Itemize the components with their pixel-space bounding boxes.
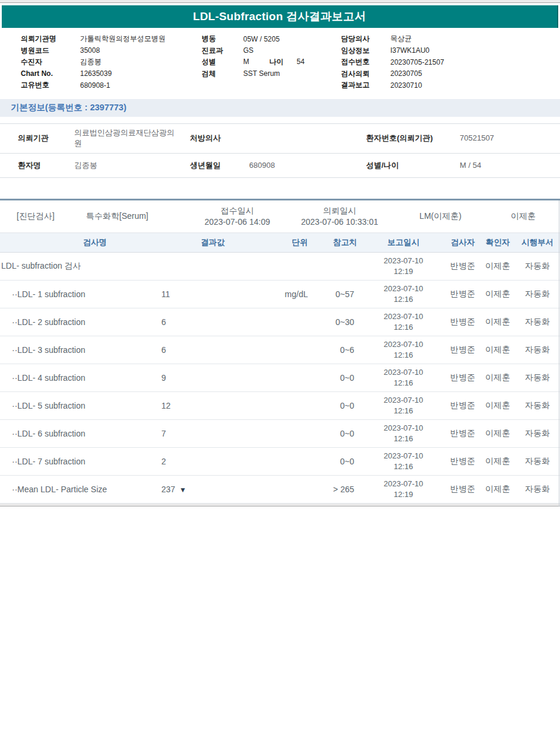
confirmer-cell: 이제훈 (481, 289, 515, 300)
patient-row: 의뢰기관의료법인삼광의료재단삼광의원처방의사환자번호(의뢰기관)70521507 (0, 124, 560, 154)
report-time: 12:19 (362, 266, 445, 277)
field-value: 680908 (249, 160, 366, 171)
field-label: 생년월일 (190, 160, 249, 171)
table-row: ··LDL- 2 subfraction 6 0~30 2023-07-10 1… (0, 308, 560, 336)
result-value-cell: 9 (155, 373, 270, 383)
field-label: 병원코드 (21, 46, 80, 56)
reference-range-cell: 0~0 (311, 401, 362, 410)
reference-range-cell: > 265 (311, 485, 362, 494)
field-label: 환자명 (18, 160, 74, 171)
receipt-datetime-value: 2023-07-06 14:09 (190, 216, 285, 228)
column-header: 보고일시 (362, 237, 445, 248)
test-name-cell: ··LDL- 3 subfraction (0, 345, 155, 355)
department-cell: 자동화 (515, 484, 560, 495)
report-datetime-cell: 2023-07-10 12:19 (362, 479, 445, 500)
exam-info-row: [진단검사] 특수화학[Serum] 접수일시 2023-07-06 14:09… (0, 200, 560, 233)
column-header: 검사자 (445, 237, 481, 248)
report-date: 2023-07-10 (362, 423, 445, 434)
table-row: ··LDL- 7 subfraction 2 0~0 2023-07-10 12… (0, 448, 560, 476)
window-top-strip (0, 0, 560, 3)
column-header: 검사명 (0, 237, 155, 248)
report-datetime-cell: 2023-07-10 12:16 (362, 395, 445, 416)
field-label: 성별/나이 (366, 160, 460, 171)
field-value: M나이54 (243, 57, 341, 67)
exam-panel-name: 특수화학[Serum] (86, 211, 190, 222)
request-datetime: 의뢰일시 2023-07-06 10:33:01 (285, 205, 394, 228)
confirmer-cell: 이제훈 (481, 317, 515, 327)
result-value-cell: 6 (155, 345, 270, 355)
report-time: 12:16 (362, 434, 445, 444)
field-value (243, 81, 341, 90)
report-datetime-cell: 2023-07-10 12:16 (362, 339, 445, 361)
test-name-cell: LDL- subfraction 검사 (0, 261, 155, 272)
field-value: SST Serum (243, 69, 341, 78)
field-value: 20230705-21507 (390, 58, 560, 66)
field-label: 결과보고 (341, 80, 390, 90)
test-name-cell: ··LDL- 4 subfraction (0, 373, 155, 383)
report-datetime-cell: 2023-07-10 12:19 (362, 256, 445, 277)
tester-cell: 반병준 (445, 317, 481, 327)
report-datetime-cell: 2023-07-10 12:16 (362, 451, 445, 472)
field-value: 김종봉 (80, 57, 202, 67)
field-label: 임상정보 (341, 46, 390, 56)
field-label: 접수번호 (341, 57, 390, 67)
report-time: 12:16 (362, 461, 445, 472)
header-info-row: 고유번호 680908-1 결과보고 20230710 (21, 79, 560, 91)
table-right-border (559, 200, 559, 507)
reference-range-cell: 0~57 (311, 289, 362, 299)
field-label: 성별 (202, 57, 243, 67)
header-info-row: 수진자 김종봉 성별 M나이54 접수번호 20230705-21507 (21, 56, 560, 68)
department-cell: 자동화 (515, 317, 560, 327)
results-table-header: 검사명결과값단위참고치보고일시검사자확인자시행부서 (0, 233, 560, 253)
basic-info-band: 기본정보(등록번호 : 2397773) (0, 99, 560, 117)
report-date: 2023-07-10 (362, 367, 445, 378)
report-page: LDL-Subfraction 검사결과보고서 의뢰기관명 가톨릭학원의정부성모… (0, 0, 560, 739)
department-cell: 자동화 (515, 345, 560, 355)
field-label: 의뢰기관 (18, 133, 74, 144)
patient-row: 환자명김종봉생년월일680908성별/나이M / 54 (0, 154, 560, 178)
field-value: 20230705 (390, 69, 560, 78)
field-value: 가톨릭학원의정부성모병원 (80, 34, 202, 44)
report-date: 2023-07-10 (362, 395, 445, 406)
tester-cell: 반병준 (445, 484, 481, 495)
exam-results-section: [진단검사] 특수화학[Serum] 접수일시 2023-07-06 14:09… (0, 199, 560, 507)
department-cell: 자동화 (515, 400, 560, 411)
report-title: LDL-Subfraction 검사결과보고서 (193, 9, 366, 24)
tester-cell: 반병준 (445, 400, 481, 411)
request-datetime-value: 2023-07-06 10:33:01 (285, 216, 394, 228)
field-value: 김종봉 (74, 160, 190, 171)
confirmer-cell: 이제훈 (481, 400, 515, 411)
department-cell: 자동화 (515, 456, 560, 467)
result-value-cell: 7 (155, 429, 270, 438)
section-confirmer: 이제훈 (486, 211, 560, 222)
column-header: 결과값 (155, 237, 270, 248)
confirmer-cell: 이제훈 (481, 345, 515, 355)
report-time: 12:16 (362, 294, 445, 305)
low-flag-triangle-icon: ▼ (179, 486, 186, 494)
tester-cell: 반병준 (445, 428, 481, 439)
header-info-row: Chart No. 12635039 검체 SST Serum 검사의뢰 202… (21, 68, 560, 80)
field-label: 환자번호(의뢰기관) (366, 133, 460, 144)
test-name-cell: ··LDL- 6 subfraction (0, 429, 155, 438)
test-name-cell: ··LDL- 2 subfraction (0, 317, 155, 327)
field-value: 680908-1 (80, 81, 202, 90)
results-table-body: LDL- subfraction 검사 2023-07-10 12:19 반병준… (0, 253, 560, 504)
reference-range-cell: 0~6 (311, 345, 362, 355)
basic-info-label: 기본정보(등록번호 : 2397773) (11, 102, 126, 113)
report-time: 12:16 (362, 406, 445, 416)
field-value: 05W / 5205 (243, 35, 341, 43)
table-row: ··LDL- 6 subfraction 7 0~0 2023-07-10 12… (0, 420, 560, 448)
confirmer-cell: 이제훈 (481, 428, 515, 439)
unit-cell: mg/dL (270, 289, 311, 299)
bottom-scroll-strip (0, 504, 560, 507)
table-row: ··LDL- 3 subfraction 6 0~6 2023-07-10 12… (0, 336, 560, 364)
report-time: 12:16 (362, 322, 445, 333)
request-datetime-label: 의뢰일시 (285, 205, 394, 216)
field-value: 의료법인삼광의료재단삼광의원 (74, 128, 190, 148)
field-value: I37WK1AU0 (390, 46, 560, 55)
field-label: 병동 (202, 34, 243, 44)
confirmer-cell: 이제훈 (481, 372, 515, 383)
reference-range-cell: 0~0 (311, 373, 362, 383)
result-value-cell: 237▼ (155, 485, 270, 494)
table-row: ··LDL- 4 subfraction 9 0~0 2023-07-10 12… (0, 364, 560, 392)
